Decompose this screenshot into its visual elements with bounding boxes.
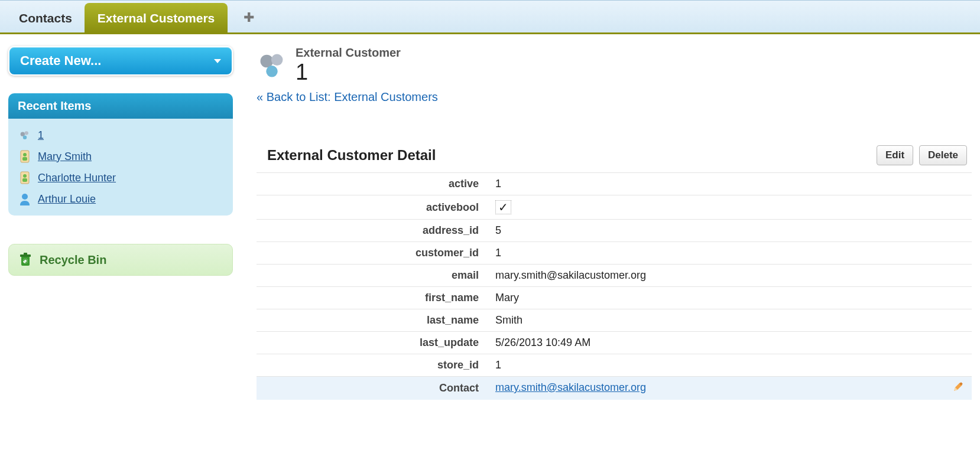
recent-item: Mary Smith — [15, 146, 226, 167]
recent-item-link[interactable]: 1 — [38, 129, 44, 142]
svg-point-1 — [25, 131, 28, 135]
pencil-icon — [953, 383, 963, 394]
svg-rect-12 — [24, 253, 27, 255]
svg-point-7 — [23, 174, 27, 178]
contact-icon — [18, 171, 32, 185]
field-row-activebool: activebool ✓ — [257, 195, 972, 220]
edit-inline-button[interactable] — [953, 381, 963, 395]
person-icon — [18, 192, 32, 206]
svg-point-14 — [261, 54, 274, 67]
field-label: last_name — [257, 309, 487, 332]
svg-point-4 — [23, 153, 27, 156]
edit-button[interactable]: Edit — [877, 145, 913, 165]
recent-item-link[interactable]: Mary Smith — [38, 151, 92, 163]
field-row-last-update: last_update 5/26/2013 10:49 AM — [257, 332, 972, 354]
field-value: Smith — [487, 309, 972, 332]
field-row-store-id: store_id 1 — [257, 354, 972, 377]
field-label: Contact — [257, 377, 487, 400]
tab-external-customers[interactable]: External Customers — [85, 3, 228, 32]
delete-button[interactable]: Delete — [919, 145, 967, 165]
svg-rect-8 — [22, 178, 27, 182]
field-value: 5/26/2013 10:49 AM — [487, 332, 972, 354]
svg-point-9 — [22, 194, 28, 200]
field-value: 5 — [487, 220, 972, 242]
svg-point-2 — [23, 135, 27, 139]
field-value: mary.smith@sakilacustomer.org — [487, 377, 972, 400]
record-type-icon — [257, 50, 287, 80]
recent-item-link[interactable]: Arthur Louie — [38, 193, 96, 205]
field-value: mary.smith@sakilacustomer.org — [487, 265, 972, 287]
recent-item: 1 — [15, 125, 226, 146]
svg-rect-5 — [22, 157, 27, 161]
gears-icon — [18, 128, 32, 142]
field-label: last_update — [257, 332, 487, 354]
field-value: 1 — [487, 173, 972, 195]
plus-icon: ✚ — [244, 10, 254, 25]
contact-link[interactable]: mary.smith@sakilacustomer.org — [495, 381, 646, 393]
trash-icon — [18, 253, 33, 267]
tab-contacts[interactable]: Contacts — [6, 3, 85, 32]
back-to-list-link[interactable]: Back to List: External Customers — [267, 90, 438, 103]
field-row-customer-id: customer_id 1 — [257, 242, 972, 265]
field-row-contact: Contact mary.smith@sakilacustomer.org — [257, 377, 972, 400]
back-link-row: « Back to List: External Customers — [257, 90, 972, 104]
record-title: 1 — [296, 61, 401, 83]
detail-actions: Edit Delete — [873, 145, 967, 165]
add-tab-button[interactable]: ✚ — [233, 3, 265, 32]
recent-items-header: Recent Items — [8, 93, 233, 119]
contact-icon — [18, 149, 32, 164]
recent-items-panel: Recent Items 1 Mary Smith — [8, 93, 233, 216]
field-label: store_id — [257, 354, 487, 377]
field-row-first-name: first_name Mary — [257, 287, 972, 309]
create-new-label: Create New... — [20, 53, 101, 68]
field-row-email: email mary.smith@sakilacustomer.org — [257, 265, 972, 287]
field-value: Mary — [487, 287, 972, 309]
detail-section-title: External Customer Detail — [267, 147, 436, 164]
svg-point-15 — [271, 54, 283, 66]
tab-bar: Contacts External Customers ✚ — [0, 0, 980, 34]
field-value: ✓ — [487, 195, 972, 220]
detail-table: active 1 activebool ✓ address_id 5 custo… — [257, 172, 972, 400]
field-label: customer_id — [257, 242, 487, 265]
recent-item-link[interactable]: Charlotte Hunter — [38, 172, 116, 184]
checkmark-icon: ✓ — [495, 200, 511, 214]
field-value: 1 — [487, 242, 972, 265]
back-chevron: « — [257, 90, 267, 103]
field-label: email — [257, 265, 487, 287]
field-row-address-id: address_id 5 — [257, 220, 972, 242]
field-row-last-name: last_name Smith — [257, 309, 972, 332]
field-label: activebool — [257, 195, 487, 220]
recent-item: Charlotte Hunter — [15, 167, 226, 188]
field-label: first_name — [257, 287, 487, 309]
svg-point-16 — [266, 66, 278, 77]
field-label: address_id — [257, 220, 487, 242]
field-value: 1 — [487, 354, 972, 377]
recent-item: Arthur Louie — [15, 188, 226, 210]
field-label: active — [257, 173, 487, 195]
recycle-bin-label: Recycle Bin — [40, 253, 106, 267]
record-header: External Customer 1 — [257, 46, 972, 83]
create-new-button[interactable]: Create New... — [8, 46, 233, 76]
dropdown-caret-icon — [214, 59, 221, 63]
recycle-bin-link[interactable]: Recycle Bin — [8, 244, 233, 276]
field-row-active: active 1 — [257, 173, 972, 195]
record-type-label: External Customer — [296, 46, 401, 60]
